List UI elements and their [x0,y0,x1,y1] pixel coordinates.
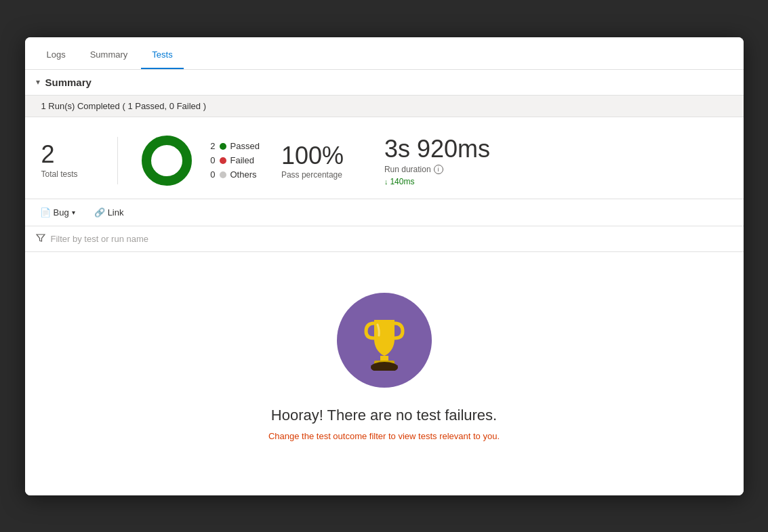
duration-diff: ↓ 140ms [384,177,490,186]
runs-bar: 1 Run(s) Completed ( 1 Passed, 0 Failed … [25,96,744,117]
stats-row: 2 Total tests 2 Passed 0 F [25,117,744,199]
tab-summary[interactable]: Summary [79,41,139,69]
legend-others: 0 Others [205,169,260,180]
chevron-down-icon: ▾ [72,209,75,216]
passed-dot [220,143,226,150]
arrow-down-icon: ↓ [384,178,388,186]
pass-pct-block: 100% Pass percentage [281,142,363,180]
pass-pct-label: Pass percentage [281,170,363,180]
total-tests-block: 2 Total tests [41,142,96,179]
summary-header[interactable]: ▾ Summary [25,70,744,96]
svg-rect-2 [380,356,388,361]
summary-title: Summary [45,77,92,88]
donut-block: 2 Passed 0 Failed 0 Others [140,134,260,188]
info-icon[interactable]: i [434,165,443,174]
trophy-icon [354,310,415,371]
bug-button[interactable]: 📄 Bug ▾ [36,205,79,220]
actions-bar: 📄 Bug ▾ 🔗 Link [25,199,744,226]
chevron-down-icon: ▾ [36,77,40,87]
duration-value: 3s 920ms [384,135,490,163]
legend: 2 Passed 0 Failed 0 Others [205,141,260,180]
tab-tests[interactable]: Tests [141,41,183,69]
duration-label-row: Run duration i [384,165,490,174]
bug-icon: 📄 [40,207,51,218]
link-icon: 🔗 [94,207,105,218]
empty-subtitle: Change the test outcome filter to view t… [268,431,500,441]
legend-failed: 0 Failed [205,155,260,165]
pass-pct-value: 100% [281,142,363,170]
filter-input[interactable] [51,234,733,244]
main-window: Logs Summary Tests ▾ Summary 1 Run(s) Co… [25,37,744,495]
tab-bar: Logs Summary Tests [25,37,744,70]
others-dot [220,171,226,178]
filter-bar [25,226,744,252]
total-tests-label: Total tests [41,169,78,179]
trophy-circle [337,293,432,388]
filter-icon [36,233,45,245]
tab-logs[interactable]: Logs [36,41,77,69]
link-button[interactable]: 🔗 Link [90,205,128,220]
failed-dot [220,157,226,164]
vertical-divider [117,137,118,184]
empty-title: Hooray! There are no test failures. [271,407,497,424]
duration-block: 3s 920ms Run duration i ↓ 140ms [384,135,490,186]
total-tests-value: 2 [41,142,55,167]
legend-passed: 2 Passed [205,141,260,151]
donut-chart [140,134,194,188]
empty-state: Hooray! There are no test failures. Chan… [25,252,744,495]
svg-point-1 [156,150,178,171]
